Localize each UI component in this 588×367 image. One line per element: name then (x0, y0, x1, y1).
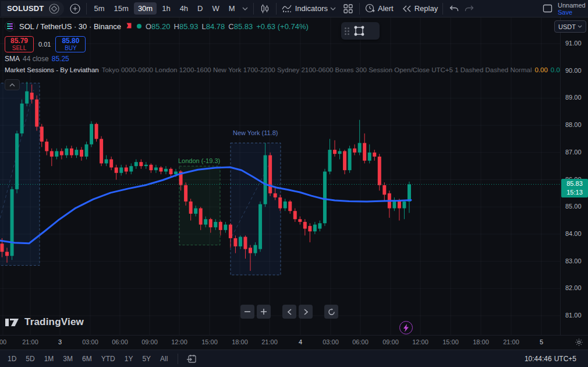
clock-area[interactable]: 10:44:46 UTC+5 (525, 355, 588, 363)
time-axis[interactable]: 0021:00303:0006:0009:0012:0015:0018:0021… (0, 335, 588, 350)
interval-1mo[interactable]: M (225, 2, 239, 15)
alert-button[interactable]: Alert (363, 3, 395, 14)
price-tick-label: 87.00 (565, 149, 582, 156)
market-status-dot[interactable] (137, 24, 141, 29)
spread-value: 0.01 (38, 41, 51, 48)
clock-timezone: UTC+5 (554, 355, 576, 363)
candle-body (353, 149, 356, 153)
candle-body (30, 93, 34, 100)
candle-body (343, 151, 346, 170)
indicators-label: Indicators (295, 4, 328, 13)
time-tick-label: 12:00 (412, 338, 428, 345)
candle-body (35, 100, 38, 127)
candle-body (219, 222, 222, 230)
interval-30m[interactable]: 30m (134, 2, 157, 15)
replay-button[interactable]: Replay (401, 4, 439, 13)
candle-body (80, 150, 83, 157)
candle-body (224, 225, 227, 230)
buy-button[interactable]: 85.80 BUY (55, 36, 86, 52)
symbol-search-button[interactable]: SOLUSDT (1, 1, 64, 16)
bottom-toolbar: 1D 5D 1M 3M 6M YTD 1Y 5Y All 10:44:46 UT… (0, 350, 588, 367)
time-tick-label: 15:00 (201, 338, 218, 345)
candle-body (264, 155, 267, 204)
scroll-left-button[interactable] (282, 305, 296, 319)
redo-button[interactable] (462, 1, 477, 16)
chart-area: SOL / TetherUS · 30 · Binance O85.20 H85… (0, 17, 588, 335)
candle-body (125, 167, 128, 171)
interval-4h[interactable]: 4h (176, 2, 192, 15)
candle-body (164, 169, 168, 172)
candle-body (373, 153, 376, 157)
sell-price: 85.79 (5, 37, 33, 45)
interval-15m[interactable]: 15m (110, 2, 133, 15)
range-all[interactable]: All (156, 352, 172, 365)
candle-style-button[interactable] (257, 1, 272, 16)
interval-1w[interactable]: W (208, 2, 224, 15)
candle-body (129, 166, 133, 171)
interval-1h[interactable]: 1h (158, 2, 174, 15)
candle-body (249, 248, 252, 253)
compare-add-symbol-button[interactable] (68, 1, 83, 16)
range-3m[interactable]: 3M (59, 352, 77, 365)
reset-chart-button[interactable] (324, 305, 338, 319)
layout-name[interactable]: Unnamed (558, 2, 586, 9)
go-to-date-button[interactable] (184, 351, 199, 366)
tradingview-logo[interactable]: TradingView (5, 316, 84, 329)
symbol-description[interactable]: SOL / TetherUS · 30 · Binance (19, 22, 121, 31)
candle-body (100, 139, 103, 163)
candle-body (268, 155, 272, 193)
zoom-in-button[interactable] (257, 305, 271, 319)
last-price-tag: 85.83 15:13 (561, 179, 588, 197)
candle-body (284, 202, 287, 209)
candle-body (229, 225, 232, 238)
range-6m[interactable]: 6M (78, 352, 96, 365)
sol-logo (5, 21, 15, 31)
range-1y[interactable]: 1Y (121, 352, 137, 365)
chart-pane[interactable]: SOL / TetherUS · 30 · Binance O85.20 H85… (0, 17, 560, 335)
boost-lightning-button[interactable] (399, 321, 413, 334)
session-box (0, 83, 40, 266)
scroll-right-button[interactable] (299, 305, 313, 319)
range-1m[interactable]: 1M (40, 352, 58, 365)
range-ytd[interactable]: YTD (97, 352, 119, 365)
collapse-legend-button[interactable] (5, 79, 20, 90)
candle-body (60, 151, 63, 155)
toolbar-divider (86, 3, 87, 15)
axis-settings-gear-icon[interactable] (575, 338, 583, 347)
candle-body (184, 185, 187, 202)
range-5d[interactable]: 5D (22, 352, 38, 365)
market-sessions-legend[interactable]: Market Sessions - By Leviathan Tokyo 000… (5, 66, 557, 73)
toolbar-divider (253, 3, 254, 15)
flag-icon[interactable] (125, 23, 133, 30)
indicators-button[interactable]: Indicators (280, 3, 337, 14)
grid-layout-button[interactable] (341, 1, 356, 16)
price-axis[interactable]: 81.0082.0083.0084.0085.0086.0087.0088.00… (560, 17, 588, 335)
newyork-session-label: New York (11.8) (233, 129, 278, 136)
drag-handle[interactable] (345, 27, 349, 35)
candle-body (358, 143, 362, 152)
price-tick-label: 81.00 (565, 312, 582, 319)
currency-unit-button[interactable]: USDT (554, 20, 586, 33)
candle-body (293, 211, 297, 219)
interval-dropdown-chevron-icon[interactable] (240, 1, 250, 16)
layout-area: Unnamed Save (541, 1, 588, 16)
toolbar-divider (442, 3, 443, 15)
sma-indicator-legend[interactable]: SMA 44 close 85.25 (5, 55, 69, 63)
layout-thumbnail-icon[interactable] (541, 1, 553, 16)
time-tick-label: 15:00 (442, 338, 459, 345)
change-value: +0.63 (+0.74%) (256, 22, 309, 31)
range-5y[interactable]: 5Y (138, 352, 155, 365)
undo-button[interactable] (447, 1, 462, 16)
range-1d[interactable]: 1D (3, 352, 20, 365)
interval-1d[interactable]: D (193, 2, 207, 15)
interval-5m[interactable]: 5m (90, 2, 109, 15)
save-button[interactable]: Save (558, 9, 572, 16)
lightning-icon (403, 324, 409, 332)
ohlc-values: O85.20 H85.93 L84.78 C85.83 +0.63 (+0.74… (146, 22, 309, 31)
chart-legend[interactable]: SOL / TetherUS · 30 · Binance O85.20 H85… (5, 21, 309, 31)
sell-button[interactable]: 85.79 SELL (5, 36, 34, 52)
candle-body (278, 197, 282, 209)
candlestick-chart[interactable] (0, 17, 560, 335)
zoom-out-button[interactable] (240, 305, 254, 319)
rectangle-tool-button[interactable] (352, 23, 367, 38)
